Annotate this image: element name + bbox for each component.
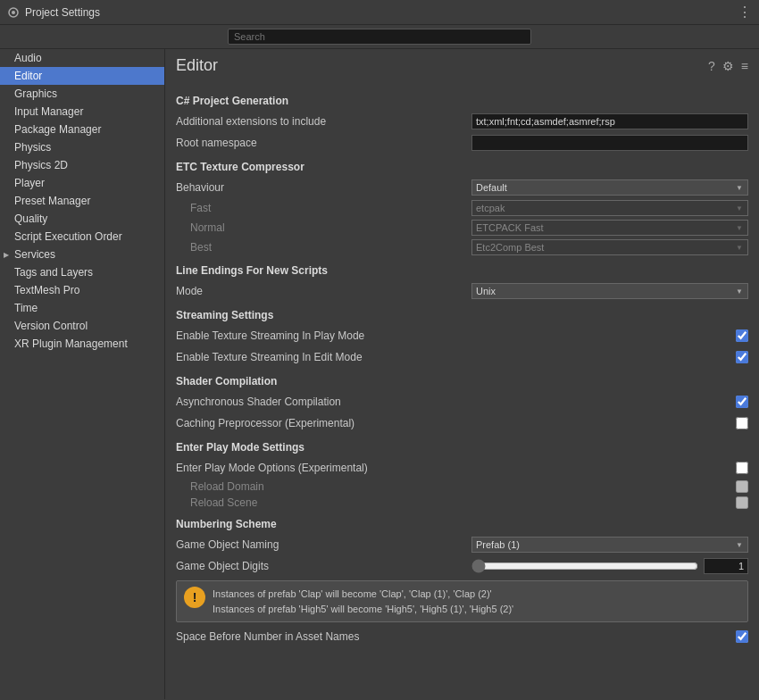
enter-play-mode-options-checkbox[interactable] <box>736 462 748 474</box>
space-before-number-checkbox[interactable] <box>736 630 748 643</box>
sidebar-item-preset-manager[interactable]: Preset Manager <box>0 192 164 210</box>
section-play-mode-title: Enter Play Mode Settings <box>176 441 748 454</box>
title-bar-left: Project Settings <box>7 6 100 19</box>
texture-streaming-edit-checkbox[interactable] <box>736 351 748 363</box>
svg-point-1 <box>12 11 15 14</box>
mode-dropdown[interactable]: Unix <box>471 283 748 299</box>
game-object-naming-label: Game Object Naming <box>176 538 279 551</box>
root-namespace-row: Root namespace <box>176 134 748 152</box>
sidebar-item-audio[interactable]: Audio <box>0 49 164 67</box>
caching-preprocessor-checkbox[interactable] <box>736 417 748 429</box>
best-row: Best Etc2Comp Best <box>176 239 748 255</box>
mode-value: Unix <box>203 283 748 299</box>
warning-text: Instances of prefab 'Clap' will become '… <box>213 587 513 616</box>
sidebar-item-quality[interactable]: Quality <box>0 210 164 228</box>
game-object-naming-dropdown[interactable]: Prefab (1) <box>471 537 748 553</box>
best-label: Best <box>190 241 212 254</box>
fast-label: Fast <box>190 202 211 214</box>
space-before-number-row: Space Before Number in Asset Names <box>176 628 748 646</box>
game-object-naming-row: Game Object Naming Prefab (1) <box>176 536 748 554</box>
sidebar-item-xr-plugin-management[interactable]: XR Plugin Management <box>0 335 164 353</box>
game-object-naming-dropdown-wrapper: Prefab (1) <box>471 537 748 553</box>
sidebar-item-editor[interactable]: Editor <box>0 67 164 85</box>
behaviour-value: Default <box>224 179 748 196</box>
sidebar-item-physics[interactable]: Physics <box>0 138 164 156</box>
best-dropdown-wrapper: Etc2Comp Best <box>471 239 748 255</box>
game-object-digits-slider[interactable] <box>471 559 698 573</box>
sidebar-item-graphics[interactable]: Graphics <box>0 85 164 103</box>
fast-dropdown[interactable]: etcpak <box>471 200 748 216</box>
root-namespace-label: Root namespace <box>176 137 257 149</box>
async-shader-checkbox[interactable] <box>736 396 748 408</box>
title-bar: Project Settings ⋮ <box>0 0 759 25</box>
async-shader-row: Asynchronous Shader Compilation <box>176 393 748 411</box>
async-shader-label: Asynchronous Shader Compilation <box>176 396 341 408</box>
title-bar-menu-icon[interactable]: ⋮ <box>738 4 752 21</box>
sidebar-item-textmesh-pro[interactable]: TextMesh Pro <box>0 281 164 299</box>
sidebar-item-time[interactable]: Time <box>0 299 164 317</box>
normal-value: ETCPACK Fast <box>225 220 748 236</box>
additional-extensions-row: Additional extensions to include <box>176 112 748 130</box>
additional-extensions-label: Additional extensions to include <box>176 115 326 128</box>
game-object-digits-slider-container <box>471 558 748 574</box>
sidebar-item-version-control[interactable]: Version Control <box>0 317 164 335</box>
best-dropdown[interactable]: Etc2Comp Best <box>471 239 748 255</box>
texture-streaming-play-value <box>364 329 748 342</box>
sidebar: Audio Editor Graphics Input Manager Pack… <box>0 49 165 699</box>
section-etc-title: ETC Texture Compressor <box>176 161 748 173</box>
sidebar-item-tags-and-layers[interactable]: Tags and Layers <box>0 263 164 281</box>
sidebar-item-player[interactable]: Player <box>0 174 164 192</box>
texture-streaming-edit-value <box>363 351 748 363</box>
reload-scene-value <box>257 496 748 509</box>
behaviour-dropdown-wrapper: Default <box>471 179 748 196</box>
fast-dropdown-wrapper: etcpak <box>471 200 748 216</box>
texture-streaming-edit-row: Enable Texture Streaming In Edit Mode <box>176 348 748 366</box>
additional-extensions-input[interactable] <box>471 113 748 129</box>
normal-label: Normal <box>190 221 225 234</box>
texture-streaming-edit-label: Enable Texture Streaming In Edit Mode <box>176 351 363 363</box>
root-namespace-input[interactable] <box>471 135 748 151</box>
mode-label: Mode <box>176 285 203 297</box>
behaviour-dropdown[interactable]: Default <box>471 179 748 196</box>
section-numbering-title: Numbering Scheme <box>176 518 748 530</box>
texture-streaming-play-label: Enable Texture Streaming In Play Mode <box>176 329 364 342</box>
reload-scene-checkbox[interactable] <box>736 496 748 509</box>
reload-domain-checkbox[interactable] <box>736 480 748 493</box>
sidebar-item-physics-2d[interactable]: Physics 2D <box>0 156 164 174</box>
normal-dropdown[interactable]: ETCPACK Fast <box>471 220 748 236</box>
sidebar-item-services[interactable]: Services <box>0 246 164 263</box>
space-before-number-value <box>359 630 748 643</box>
async-shader-value <box>341 396 748 408</box>
caching-preprocessor-value <box>354 417 748 429</box>
reload-domain-value <box>264 480 748 493</box>
enter-play-mode-options-value <box>368 462 748 474</box>
section-line-endings-title: Line Endings For New Scripts <box>176 264 748 277</box>
game-object-digits-label: Game Object Digits <box>176 560 269 572</box>
sidebar-item-script-execution-order[interactable]: Script Execution Order <box>0 228 164 246</box>
section-streaming-title: Streaming Settings <box>176 309 748 321</box>
sidebar-item-input-manager[interactable]: Input Manager <box>0 103 164 121</box>
game-object-digits-input[interactable] <box>704 558 748 574</box>
warning-icon: ! <box>184 587 205 608</box>
sidebar-item-package-manager[interactable]: Package Manager <box>0 121 164 138</box>
settings2-icon[interactable]: ⚙ <box>722 59 734 73</box>
editor-title: Editor <box>176 56 218 75</box>
texture-streaming-play-checkbox[interactable] <box>736 329 748 342</box>
window-title: Project Settings <box>25 6 100 19</box>
mode-dropdown-wrapper: Unix <box>471 283 748 299</box>
editor-header: Editor ? ⚙ ≡ <box>165 49 759 79</box>
behaviour-label: Behaviour <box>176 181 224 194</box>
content-area: Editor ? ⚙ ≡ C# Project Generation Addit… <box>165 49 759 699</box>
settings-icon[interactable]: ≡ <box>741 59 748 73</box>
search-input[interactable] <box>228 29 531 45</box>
caching-preprocessor-row: Caching Preprocessor (Experimental) <box>176 414 748 432</box>
help-icon[interactable]: ? <box>708 59 715 73</box>
fast-row: Fast etcpak <box>176 200 748 216</box>
reload-scene-row: Reload Scene <box>176 496 748 509</box>
section-csharp-title: C# Project Generation <box>176 95 748 107</box>
game-object-digits-row: Game Object Digits <box>176 557 748 575</box>
reload-domain-label: Reload Domain <box>190 480 264 493</box>
texture-streaming-play-row: Enable Texture Streaming In Play Mode <box>176 327 748 345</box>
enter-play-mode-options-label: Enter Play Mode Options (Experimental) <box>176 462 368 474</box>
main-layout: Audio Editor Graphics Input Manager Pack… <box>0 49 759 699</box>
